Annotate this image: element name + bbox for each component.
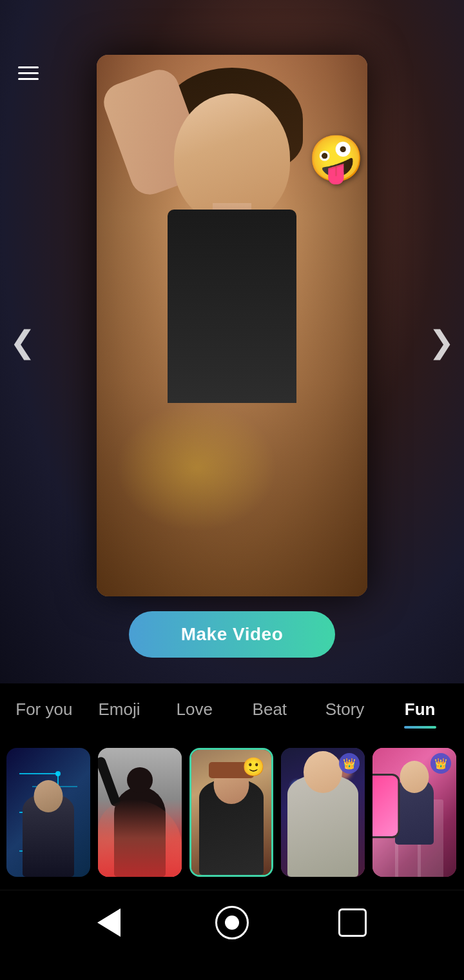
tab-story[interactable]: Story	[307, 693, 383, 726]
make-video-button[interactable]: Make Video	[129, 611, 335, 658]
tab-beat[interactable]: Beat	[232, 693, 307, 726]
thumb-bg-1	[6, 748, 90, 877]
main-video-area: 🤪 ❮ ❯ Make Video	[0, 0, 464, 683]
back-button[interactable]	[92, 903, 131, 942]
thumbnails-section: 🙂 👑	[0, 735, 464, 890]
category-bar: For you Emoji Love Beat Story Fun	[0, 683, 464, 735]
phone-in-hand	[372, 774, 400, 838]
phone-screen	[372, 776, 398, 836]
stair-1	[372, 838, 398, 877]
menu-line-1	[18, 66, 39, 68]
thumb-bg-4: 👑	[281, 748, 365, 877]
back-icon	[97, 908, 121, 937]
thumbnail-2[interactable]	[98, 748, 182, 877]
recents-icon	[338, 908, 367, 937]
menu-line-2	[18, 72, 39, 74]
dark-person-head	[127, 767, 153, 793]
thumb5-person-head	[400, 761, 429, 793]
person-head-1	[34, 780, 63, 812]
next-button[interactable]: ❯	[422, 317, 461, 366]
tab-love[interactable]: Love	[157, 693, 232, 726]
thumb3-smiley: 🙂	[242, 756, 265, 778]
home-icon	[215, 906, 249, 939]
thumbnail-4[interactable]: 👑	[281, 748, 365, 877]
thumb-bg-3: 🙂	[191, 750, 271, 875]
tab-emoji[interactable]: Emoji	[82, 693, 157, 726]
svg-point-7	[55, 771, 61, 776]
thumb-bg-5: 👑	[372, 748, 456, 877]
menu-button[interactable]	[13, 61, 44, 85]
crown-badge-5: 👑	[430, 753, 451, 774]
body-shape	[168, 210, 296, 403]
emoji-sticker: 🤪	[308, 132, 364, 185]
thumbnail-1[interactable]	[6, 748, 90, 877]
tab-fun[interactable]: Fun	[382, 693, 458, 726]
thumb-bg-2	[98, 748, 182, 877]
prev-button[interactable]: ❮	[3, 317, 42, 366]
bottom-navigation	[0, 890, 464, 954]
thumb4-head	[304, 751, 342, 793]
thumbnail-3[interactable]: 🙂	[189, 748, 273, 877]
tab-for-you[interactable]: For you	[6, 693, 82, 726]
thumbnail-5[interactable]: 👑	[372, 748, 456, 877]
menu-line-3	[18, 78, 39, 80]
crown-badge-4: 👑	[339, 753, 360, 774]
home-icon-inner	[225, 916, 239, 930]
recents-button[interactable]	[333, 903, 372, 942]
home-button[interactable]	[213, 903, 251, 942]
